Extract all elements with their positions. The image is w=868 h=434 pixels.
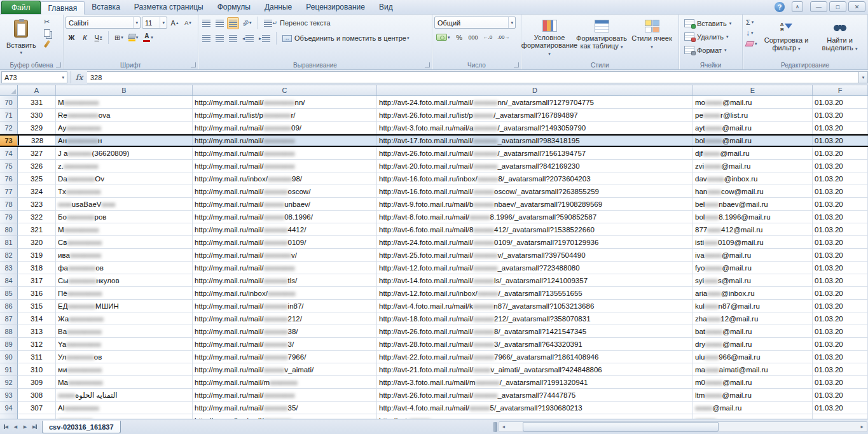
align-center-button[interactable] (214, 32, 226, 45)
cell-C80[interactable]: http://my.mail.ru/mail/xxxxxxx4412/ (193, 223, 377, 236)
cell-B93[interactable]: хххххالتمنايه الحلوه (56, 389, 193, 402)
cell-A93[interactable]: 308 (18, 389, 56, 402)
decrease-indent-button[interactable]: ◂ (240, 32, 256, 45)
borders-button[interactable]: ⊞▾ (113, 32, 125, 44)
cell-C74[interactable]: http://my.mail.ru/mail/xxxxxxxxx (193, 147, 377, 160)
increase-decimal-button[interactable]: ←.0 (481, 31, 495, 43)
cell-B74[interactable]: J axxxxxxx(36620809) (56, 147, 193, 160)
column-header-B[interactable]: B (56, 85, 193, 95)
cell-C93[interactable]: http://my.mail.ru/mail/xxxxxxxxx (193, 389, 377, 402)
cell-D88[interactable]: http://avt-26.foto.mail.ru/mail/xxxxxx8/… (377, 325, 693, 338)
cell-B89[interactable]: Yaxxxxxxxxxx (56, 338, 193, 351)
sheet-tab[interactable]: csv-020316_161837 (42, 421, 121, 433)
row-header[interactable]: 86 (0, 300, 18, 312)
cell-D82[interactable]: http://avt-25.foto.mail.ru/mail/xxxxxxxv… (377, 249, 693, 262)
cell-E85[interactable]: ariaxxxx@inbox.ru (693, 287, 813, 300)
tab-scroll-splitter[interactable] (493, 422, 497, 432)
cell-F74[interactable]: 01.03.20 (813, 147, 868, 160)
cell-C79[interactable]: http://my.mail.ru/mail/xxxxxx08.1996/ (193, 211, 377, 223)
cell-B91[interactable]: михххххххххх (56, 363, 193, 376)
cell-A73[interactable]: 328 (18, 136, 56, 146)
cell-B84[interactable]: Сыххххххххнкулов (56, 274, 193, 287)
cell-E87[interactable]: zhaxxxx12@mail.ru (693, 312, 813, 325)
format-painter-button[interactable] (41, 38, 53, 49)
chevron-down-icon[interactable]: ▾ (160, 17, 167, 28)
cell-C91[interactable]: http://my.mail.ru/mail/xxxxxxv_aimati/ (193, 363, 377, 376)
cell-A75[interactable]: 326 (18, 160, 56, 172)
cell-F[interactable] (813, 414, 868, 419)
cell-C86[interactable]: http://my.mail.ru/mail/xxxxxxxin87/ (193, 300, 377, 312)
font-family-select[interactable]: Calibri▾ (65, 17, 141, 29)
name-box-dropdown[interactable]: ▾ (62, 75, 64, 80)
alignment-dialog-launcher[interactable] (425, 62, 430, 67)
cell-A94[interactable]: 307 (18, 402, 56, 414)
format-as-table-button[interactable]: Форматировать как таблицу ▾ (575, 17, 628, 59)
cell-C75[interactable]: http://my.mail.ru/mail/xxxxxxxxx (193, 160, 377, 172)
fill-button[interactable]: ↓▾ (745, 27, 759, 38)
insert-cells-button[interactable]: Вставить▾ (681, 17, 740, 30)
cell-F87[interactable]: 01.03.20 (813, 312, 868, 325)
cell-B72[interactable]: Ayxxxxxxxxxx (56, 122, 193, 134)
cell-D85[interactable]: http://avt-12.foto.mail.ru/inbox/xxxxxx/… (377, 287, 693, 300)
cell-C92[interactable]: http://my.mail.ru/mail/mxxxxxxxx (193, 376, 377, 389)
cell-C77[interactable]: http://my.mail.ru/mail/xxxxxxxoscow/ (193, 185, 377, 198)
column-header-D[interactable]: D (377, 85, 693, 95)
scrollbar-thumb[interactable] (523, 422, 719, 431)
cell-F88[interactable]: 01.03.20 (813, 325, 868, 338)
row-header[interactable]: 83 (0, 262, 18, 274)
cell-C87[interactable]: http://my.mail.ru/mail/xxxxxxx212/ (193, 312, 377, 325)
percent-style-button[interactable]: % (453, 31, 465, 43)
cell-B90[interactable]: Улххххххххов (56, 351, 193, 363)
tab-insert[interactable]: Вставка (85, 1, 127, 14)
cell-E76[interactable]: davxxxxx@inbox.ru (693, 172, 813, 185)
row-header[interactable]: 77 (0, 185, 18, 198)
comma-style-button[interactable]: 000 (467, 31, 480, 43)
merge-center-button[interactable]: ↔ Объединить и поместить в центре ▾ (280, 32, 411, 45)
row-header[interactable]: 78 (0, 198, 18, 211)
next-sheet-button[interactable]: ▶ (20, 422, 30, 432)
chevron-down-icon[interactable]: ▾ (508, 17, 515, 28)
cell-B82[interactable]: иваххххххххх (56, 249, 193, 262)
column-header-C[interactable]: C (193, 85, 377, 95)
cell-C89[interactable]: http://my.mail.ru/mail/xxxxxxx3/ (193, 338, 377, 351)
row-header[interactable]: 70 (0, 96, 18, 109)
orientation-button[interactable]: ab▾ (240, 17, 254, 29)
cell-A72[interactable]: 329 (18, 122, 56, 134)
cell-D83[interactable]: http://avt-12.foto.mail.ru/mail/xxxxxxx_… (377, 262, 693, 274)
cell-B86[interactable]: ЕДххххххххМШИН (56, 300, 193, 312)
cell-E86[interactable]: kulxxxxn87@mail.ru (693, 300, 813, 312)
cell-F79[interactable]: 01.03.20 (813, 211, 868, 223)
cell-F80[interactable]: 01.03.20 (813, 223, 868, 236)
column-header-E[interactable]: E (693, 85, 813, 95)
number-format-select[interactable]: Общий▾ (434, 17, 516, 29)
cell-E74[interactable]: djfxxxxx@mail.ru (693, 147, 813, 160)
cell-C70[interactable]: http://my.mail.ru/mail/xxxxxxxxxnn/ (193, 96, 377, 109)
horizontal-scrollbar[interactable]: ◂ ▸ (499, 421, 867, 432)
cell-B80[interactable]: Mxxxxxxxxxx (56, 223, 193, 236)
cell-D91[interactable]: http://avt-21.foto.mail.ru/mail/xxxxxv_a… (377, 363, 693, 376)
row-header[interactable]: 94 (0, 402, 18, 414)
font-color-button[interactable]: А▾ (141, 32, 155, 44)
wrap-text-button[interactable]: ↵ Перенос текста (262, 17, 333, 29)
cell-A78[interactable]: 323 (18, 198, 56, 211)
scroll-right-arrow[interactable]: ▸ (857, 422, 867, 431)
cell-C[interactable]: http://my.mail.ru/mail/xxxxxxxx (193, 414, 377, 419)
cell-C76[interactable]: http://my.mail.ru/inbox/xxxxxxx98/ (193, 172, 377, 185)
cell-D94[interactable]: http://avt-4.foto.mail.ru/mail/xxxxxx5/_… (377, 402, 693, 414)
cell-A74[interactable]: 327 (18, 147, 56, 160)
cell-D80[interactable]: http://avt-6.foto.mail.ru/mail/8xxxxxx41… (377, 223, 693, 236)
bold-button[interactable]: Ж (65, 32, 78, 44)
cell-B87[interactable]: Жахххххххххх (56, 312, 193, 325)
cell-C82[interactable]: http://my.mail.ru/mail/xxxxxxxxv/ (193, 249, 377, 262)
align-top-button[interactable] (200, 17, 212, 29)
cell-D72[interactable]: http://avt-3.foto.mail.ru/mail/axxxxxxx/… (377, 122, 693, 134)
delete-cells-button[interactable]: Удалить▾ (681, 30, 740, 43)
cell-D77[interactable]: http://avt-16.foto.mail.ru/mail/xxxxxxos… (377, 185, 693, 198)
cell-C88[interactable]: http://my.mail.ru/mail/xxxxxxx38/ (193, 325, 377, 338)
cell-A87[interactable]: 314 (18, 312, 56, 325)
row-header[interactable]: 87 (0, 312, 18, 325)
cell-styles-button[interactable]: Стили ячеек ▾ (628, 17, 676, 59)
cell-A85[interactable]: 316 (18, 287, 56, 300)
cell-D[interactable]: http://avt-xxxxxx (377, 414, 693, 419)
font-size-select[interactable]: 11▾ (142, 17, 167, 29)
